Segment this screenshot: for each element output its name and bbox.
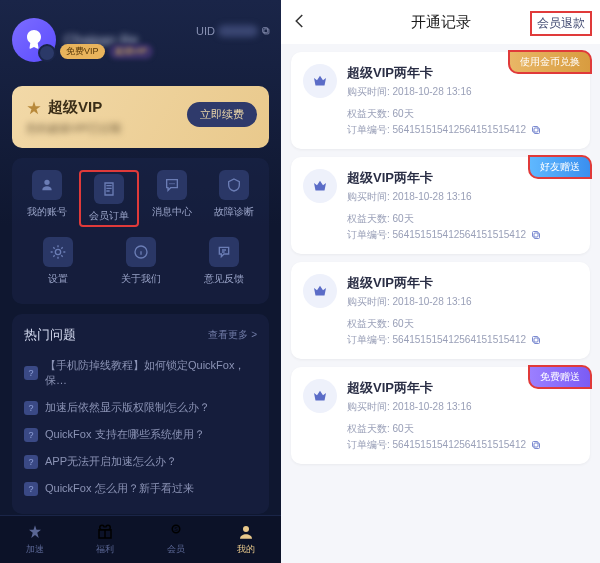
svg-text:S: S (174, 526, 178, 532)
record-tag: 免费赠送 (528, 365, 592, 389)
nav-label: 福利 (96, 543, 114, 556)
vip-card: 超级VIP 您的超级VIP已过期 立即续费 (12, 86, 269, 148)
menu-label: 消息中心 (152, 205, 192, 219)
menu-grid: 我的账号会员订单消息中心故障诊断 设置关于我们意见反馈 (12, 158, 269, 304)
faq-panel: 热门问题 查看更多 > ?【手机防掉线教程】如何锁定QuickFox，保…?加速… (12, 314, 269, 514)
message-icon (157, 170, 187, 200)
copy-icon[interactable] (530, 439, 542, 451)
grid-row-1: 我的账号会员订单消息中心故障诊断 (16, 170, 265, 227)
faq-item[interactable]: ?QuickFox 怎么用？新手看过来 (24, 475, 257, 502)
faq-text: APP无法开启加速怎么办？ (45, 454, 177, 469)
grid-row-2: 设置关于我们意见反馈 (16, 237, 265, 286)
record-card[interactable]: 免费赠送超级VIP两年卡购买时间: 2018-10-28 13:16权益天数: … (291, 367, 590, 464)
faq-text: 加速后依然显示版权限制怎么办？ (45, 400, 210, 415)
svg-rect-12 (534, 233, 540, 239)
nav-member[interactable]: S会员 (146, 523, 206, 556)
record-card[interactable]: 超级VIP两年卡购买时间: 2018-10-28 13:16权益天数: 60天订… (291, 262, 590, 359)
vip-title: 超级VIP (48, 98, 102, 117)
faq-item[interactable]: ?加速后依然显示版权限制怎么办？ (24, 394, 257, 421)
renew-button[interactable]: 立即续费 (187, 102, 257, 127)
copy-icon[interactable] (530, 229, 542, 241)
member-icon: S (167, 523, 185, 541)
avatar[interactable] (12, 18, 56, 62)
menu-diagnose[interactable]: 故障诊断 (204, 170, 264, 227)
menu-label: 设置 (48, 272, 68, 286)
faq-item[interactable]: ?APP无法开启加速怎么办？ (24, 448, 257, 475)
me-icon (237, 523, 255, 541)
page-title: 开通记录 (411, 13, 471, 32)
record-purchase: 购买时间: 2018-10-28 13:16 (347, 85, 578, 99)
speed-icon (26, 523, 44, 541)
nav-gift[interactable]: 福利 (75, 523, 135, 556)
menu-message[interactable]: 消息中心 (142, 170, 202, 227)
svg-rect-13 (533, 232, 539, 238)
order-icon (94, 174, 124, 204)
about-icon (126, 237, 156, 267)
record-days: 权益天数: 60天 (347, 212, 578, 226)
record-days: 权益天数: 60天 (347, 422, 578, 436)
record-days: 权益天数: 60天 (347, 107, 578, 121)
menu-feedback[interactable]: 意见反馈 (194, 237, 254, 286)
crown-icon (303, 169, 337, 203)
nav-me[interactable]: 我的 (216, 523, 276, 556)
uid-label: UID (196, 25, 215, 37)
record-purchase: 购买时间: 2018-10-28 13:16 (347, 295, 578, 309)
faq-item[interactable]: ?QuickFox 支持在哪些系统使用？ (24, 421, 257, 448)
question-icon: ? (24, 366, 38, 380)
badge-extra: 超级VIP (109, 44, 154, 59)
faq-title: 热门问题 (24, 326, 76, 344)
faq-item[interactable]: ?【手机防掉线教程】如何锁定QuickFox，保… (24, 352, 257, 394)
copy-icon[interactable] (530, 124, 542, 136)
record-card[interactable]: 使用金币兑换超级VIP两年卡购买时间: 2018-10-28 13:16权益天数… (291, 52, 590, 149)
uid-row[interactable]: UID (196, 25, 271, 37)
nav-label: 会员 (167, 543, 185, 556)
record-title: 超级VIP两年卡 (347, 274, 578, 292)
diagnose-icon (219, 170, 249, 200)
bottom-nav: 加速福利S会员我的 (0, 515, 281, 563)
gift-icon (96, 523, 114, 541)
svg-point-3 (171, 183, 172, 184)
nav-label: 加速 (26, 543, 44, 556)
user-icon (32, 170, 62, 200)
crown-icon (303, 379, 337, 413)
menu-label: 关于我们 (121, 272, 161, 286)
record-order: 订单编号: 564151515412564151515412 (347, 438, 578, 452)
menu-label: 意见反馈 (204, 272, 244, 286)
menu-about[interactable]: 关于我们 (111, 237, 171, 286)
left-panel: Chaipan Re 免费VIP 超级VIP UID 超级VIP 您的超级VIP… (0, 0, 281, 563)
svg-point-2 (169, 183, 170, 184)
uid-value-blur (218, 25, 258, 37)
question-icon: ? (24, 428, 38, 442)
svg-rect-17 (533, 442, 539, 448)
svg-point-4 (173, 183, 174, 184)
copy-icon[interactable] (530, 334, 542, 346)
svg-rect-1 (263, 28, 268, 33)
refund-button[interactable]: 会员退款 (530, 11, 592, 36)
question-icon: ? (24, 401, 38, 415)
feedback-icon (209, 237, 239, 267)
crown-icon (303, 274, 337, 308)
faq-more-link[interactable]: 查看更多 > (208, 328, 257, 342)
faq-text: QuickFox 怎么用？新手看过来 (45, 481, 194, 496)
menu-order[interactable]: 会员订单 (79, 170, 139, 227)
svg-rect-10 (534, 128, 540, 134)
nav-speed[interactable]: 加速 (5, 523, 65, 556)
menu-user[interactable]: 我的账号 (17, 170, 77, 227)
menu-settings[interactable]: 设置 (28, 237, 88, 286)
badge-vip: 免费VIP (60, 44, 105, 59)
faq-header: 热门问题 查看更多 > (24, 326, 257, 344)
records-list: 使用金币兑换超级VIP两年卡购买时间: 2018-10-28 13:16权益天数… (281, 44, 600, 563)
question-icon: ? (24, 482, 38, 496)
record-tag: 好友赠送 (528, 155, 592, 179)
faq-list: ?【手机防掉线教程】如何锁定QuickFox，保…?加速后依然显示版权限制怎么办… (24, 352, 257, 502)
record-purchase: 购买时间: 2018-10-28 13:16 (347, 190, 578, 204)
record-order: 订单编号: 564151515412564151515412 (347, 228, 578, 242)
svg-rect-15 (533, 337, 539, 343)
settings-icon (43, 237, 73, 267)
crown-icon (303, 64, 337, 98)
question-icon: ? (24, 455, 38, 469)
svg-point-9 (243, 526, 249, 532)
back-button[interactable] (291, 12, 309, 34)
record-card[interactable]: 好友赠送超级VIP两年卡购买时间: 2018-10-28 13:16权益天数: … (291, 157, 590, 254)
svg-rect-0 (264, 29, 269, 34)
